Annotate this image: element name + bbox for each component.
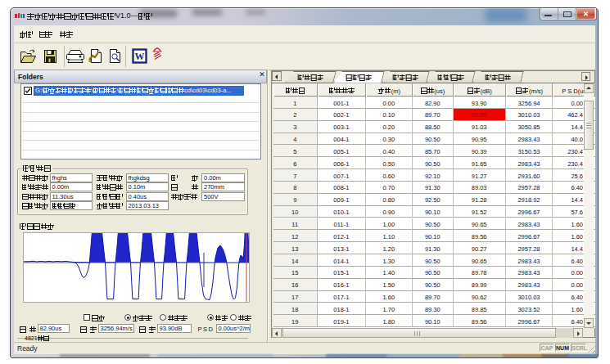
svg-text:W: W xyxy=(135,51,145,62)
